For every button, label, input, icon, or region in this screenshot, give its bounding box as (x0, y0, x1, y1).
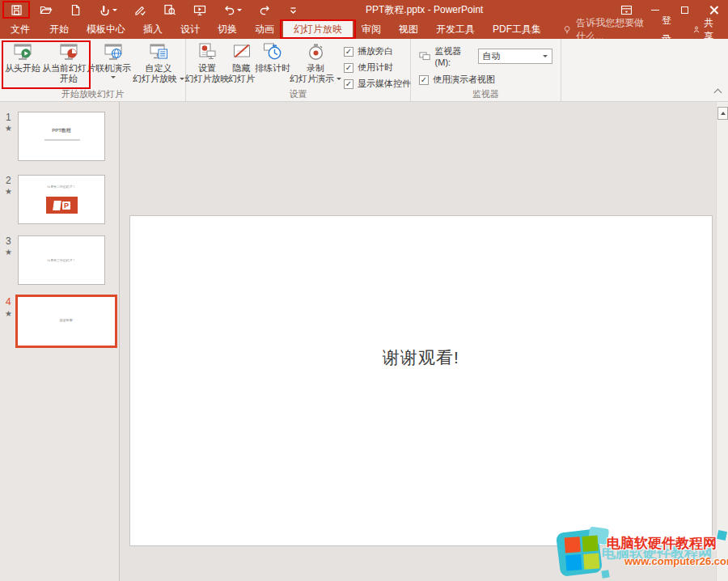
group-start-slideshow: 从头开始 从当前幻灯片 开始 联机演示 自定义 幻灯片放映 开始放映幻灯片 (0, 39, 186, 101)
present-online-button[interactable]: 联机演示 (94, 39, 133, 87)
use-timings-label: 使用计时 (358, 61, 393, 74)
rehearse-timings-icon (262, 41, 283, 62)
tab-template-center[interactable]: 模板中心 (78, 20, 134, 39)
tab-review[interactable]: 审阅 (353, 20, 390, 39)
watermark-teal-square (717, 530, 727, 541)
watermark-site-url: www.computer26.com (624, 555, 728, 567)
slide-number: 3 (6, 235, 11, 247)
rehearse-timings-label: 排练计时 (255, 63, 290, 74)
undo-icon[interactable] (223, 4, 242, 16)
checkbox-checked-icon (419, 75, 429, 85)
hide-slide-icon (231, 41, 252, 62)
tab-slideshow-active[interactable]: 幻灯片放映 (283, 20, 353, 39)
monitor-icon (419, 51, 431, 61)
window-title: PPT教程.pptx - PowerPoint (366, 0, 483, 20)
dropdown-arrow-icon (237, 9, 242, 11)
group-label-monitors: 监视器 (411, 88, 561, 100)
tab-animations[interactable]: 动画 (246, 20, 283, 39)
tab-file[interactable]: 文件 (0, 20, 40, 39)
customize-qat-icon[interactable] (288, 5, 298, 15)
ribbon-spacer (561, 39, 728, 101)
custom-slideshow-label-1: 自定义 (146, 63, 172, 74)
monitor-label: 监视器(M): (435, 45, 474, 67)
play-narrations-label: 播放旁白 (358, 45, 393, 57)
powerpoint-logo: P (46, 197, 78, 214)
account-area: 登录 共享 (651, 20, 728, 39)
person-icon (693, 24, 700, 35)
windows-style-logo (565, 536, 600, 571)
thumb1-subtitle-line (44, 139, 80, 141)
tab-home[interactable]: 开始 (40, 20, 78, 39)
monitor-select[interactable]: 自动 (478, 49, 552, 64)
tab-slideshow-label: 幻灯片放映 (294, 23, 342, 35)
tab-insert[interactable]: 插入 (134, 20, 171, 39)
slide-title-text: 谢谢观看! (130, 346, 712, 369)
presenter-view-checkbox[interactable]: 使用演示者视图 (419, 74, 495, 86)
presenter-view-label: 使用演示者视图 (433, 74, 495, 86)
tell-me-box[interactable]: 告诉我您想要做什么... (563, 20, 651, 39)
proofing-icon[interactable] (134, 4, 146, 16)
play-narrations-checkbox[interactable]: 播放旁白 (344, 45, 411, 57)
slide-canvas[interactable]: 谢谢观看! (129, 215, 713, 546)
ribbon: 从头开始 从当前幻灯片 开始 联机演示 自定义 幻灯片放映 开始放映幻灯片 (0, 39, 728, 102)
tab-view[interactable]: 视图 (390, 20, 427, 39)
vertical-scrollbar[interactable] (716, 102, 728, 581)
touch-mode-icon[interactable] (99, 4, 117, 16)
from-current-label-1: 从当前幻灯片 (42, 63, 95, 74)
from-current-slide-button[interactable]: 从当前幻灯片 开始 (44, 39, 94, 87)
print-preview-icon[interactable] (163, 4, 176, 16)
open-icon[interactable] (40, 4, 53, 16)
lightbulb-icon (563, 24, 571, 36)
rehearse-timings-button[interactable]: 排练计时 (255, 39, 290, 87)
group-label-start: 开始放映幻灯片 (0, 88, 185, 100)
record-slideshow-label-2: 幻灯片演示 (290, 74, 334, 84)
from-beginning-button[interactable]: 从头开始 (2, 39, 44, 87)
slide-thumbnail-4-selected[interactable]: 谢谢观看! (15, 295, 117, 348)
animation-star-icon: ★ (5, 124, 12, 133)
animation-star-icon: ★ (5, 187, 12, 196)
thumb1-title: PPT教程 (25, 127, 98, 134)
from-current-label-2: 开始 (60, 74, 78, 84)
record-slideshow-label-1: 录制 (307, 63, 324, 74)
hide-slide-label-2: 幻灯片 (228, 74, 255, 84)
checkbox-checked-icon (344, 63, 353, 73)
quick-access-toolbar (0, 4, 298, 16)
tab-developer[interactable]: 开发工具 (427, 20, 484, 39)
setup-slideshow-label-1: 设置 (198, 63, 216, 74)
record-slideshow-button[interactable]: 录制 幻灯片演示 (290, 39, 341, 87)
tab-design[interactable]: 设计 (171, 20, 209, 39)
record-slideshow-icon (305, 41, 326, 62)
setup-slideshow-icon (197, 41, 218, 62)
ribbon-tabs: 文件 开始 模板中心 插入 设计 切换 动画 幻灯片放映 审阅 视图 开发工具 … (0, 20, 728, 39)
group-label-setup: 设置 (186, 88, 410, 100)
checkbox-checked-icon (344, 79, 353, 89)
slide-thumbnail-3[interactable]: 这是第三张幻灯片！ (18, 235, 105, 285)
custom-slideshow-button[interactable]: 自定义 幻灯片放映 (133, 39, 184, 87)
thumb4-text: 谢谢观看! (34, 319, 98, 324)
site-watermark: 电脑软硬件教程网 电脑软硬件教程网 www.computer26.com (557, 528, 728, 579)
group-monitors: 监视器(M): 自动 使用演示者视图 监视器 (411, 39, 561, 101)
tab-transitions[interactable]: 切换 (209, 20, 246, 39)
dropdown-arrow-icon (112, 9, 117, 11)
tab-pdf-tools[interactable]: PDF工具集 (484, 20, 550, 39)
collapse-ribbon-icon[interactable] (714, 89, 722, 97)
monitor-select-value: 自动 (483, 50, 501, 62)
slide-thumbnail-2[interactable]: 这是第二张幻灯片！ P (18, 175, 105, 224)
hide-slide-label-1: 隐藏 (233, 63, 251, 74)
arrow-up-icon (721, 112, 726, 115)
setup-slideshow-button[interactable]: 设置 幻灯片放映 (186, 39, 228, 87)
slideshow-icon[interactable] (193, 4, 206, 16)
use-timings-checkbox[interactable]: 使用计时 (344, 61, 411, 74)
present-online-icon (103, 41, 124, 62)
present-online-label: 联机演示 (95, 63, 131, 74)
slide-thumbnail-1[interactable]: PPT教程 (18, 112, 105, 161)
redo-icon[interactable] (259, 4, 271, 16)
new-file-icon[interactable] (70, 4, 82, 16)
animation-star-icon: ★ (5, 248, 12, 257)
hide-slide-button[interactable]: 隐藏 幻灯片 (228, 39, 255, 87)
scroll-up-button[interactable] (717, 107, 728, 120)
animation-star-icon: ★ (5, 309, 12, 318)
dropdown-arrow-icon (543, 55, 548, 57)
dropdown-arrow-icon (180, 78, 184, 80)
setup-slideshow-label-2: 幻灯片放映 (185, 74, 230, 84)
